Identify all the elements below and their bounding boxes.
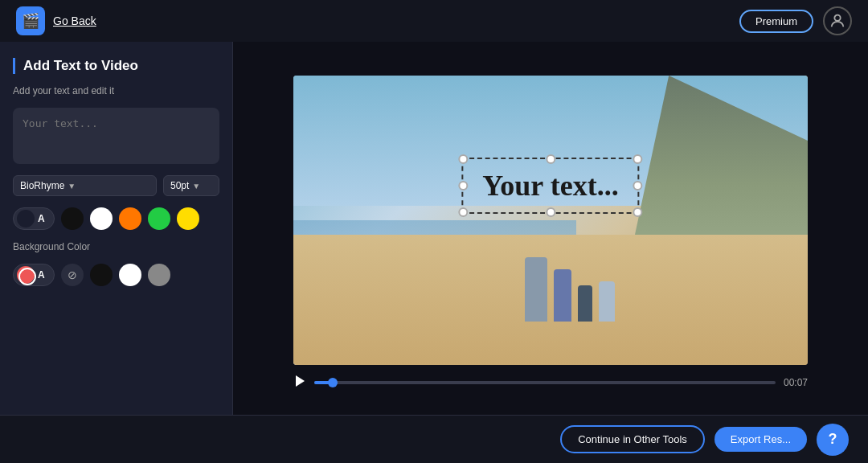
color-black[interactable] [61, 207, 84, 230]
bg-toggle-a-label: A [38, 269, 45, 281]
bg-color-gray[interactable] [148, 264, 170, 286]
text-edit-label: Add your text and edit it [13, 85, 219, 96]
progress-bar[interactable] [314, 381, 776, 384]
export-button[interactable]: Export Res... [714, 427, 807, 452]
bottom-bar: Continue in Other Tools Export Res... ? [0, 415, 868, 463]
video-background [293, 76, 808, 365]
premium-button[interactable]: Premium [739, 10, 813, 33]
size-chevron-icon: ▼ [192, 182, 200, 191]
color-yellow[interactable] [177, 207, 199, 230]
font-select[interactable]: BioRhyme ▼ [13, 175, 157, 196]
toggle-knob [17, 210, 35, 227]
person-2 [554, 269, 571, 322]
text-color-row: A [13, 207, 219, 230]
svg-marker-1 [296, 375, 305, 387]
svg-point-0 [834, 15, 840, 21]
size-select[interactable]: 50pt ▼ [163, 175, 219, 196]
handle-top-center[interactable] [546, 154, 555, 164]
text-overlay[interactable]: Your text... [461, 158, 639, 214]
font-name: BioRhyme [20, 180, 64, 191]
font-controls: BioRhyme ▼ 50pt ▼ [13, 175, 219, 196]
bg-knob [17, 266, 35, 284]
bg-toggle[interactable]: A [13, 264, 55, 286]
sidebar-title: Add Text to Video [13, 58, 219, 74]
toggle-a-label: A [38, 213, 45, 224]
continue-button[interactable]: Continue in Other Tools [560, 425, 705, 453]
main-content: Add Text to Video Add your text and edit… [0, 42, 868, 415]
go-back-button[interactable]: Go Back [53, 14, 96, 27]
person-3 [578, 285, 592, 322]
app-icon: 🎬 [16, 6, 45, 35]
video-area: Your text... 00:07 [233, 42, 868, 415]
video-container: Your text... [293, 76, 808, 365]
person-1 [525, 257, 547, 322]
header: 🎬 Go Back Premium [0, 0, 868, 42]
background-color-label: Background Color [13, 241, 219, 252]
text-input[interactable] [13, 108, 219, 164]
bg-color-row: A ⊘ [13, 264, 219, 286]
color-white[interactable] [90, 207, 113, 230]
help-button[interactable]: ? [817, 424, 849, 456]
color-green[interactable] [148, 207, 170, 230]
handle-top-left[interactable] [458, 154, 468, 164]
play-button[interactable] [293, 375, 306, 391]
no-color-swatch[interactable]: ⊘ [61, 264, 84, 286]
header-right: Premium [739, 6, 852, 35]
handle-mid-left[interactable] [458, 181, 468, 191]
color-orange[interactable] [119, 207, 141, 230]
people-group [525, 257, 615, 322]
sidebar: Add Text to Video Add your text and edit… [0, 42, 233, 415]
overlay-text: Your text... [482, 170, 618, 202]
handle-bot-left[interactable] [458, 207, 468, 217]
bg-color-white[interactable] [119, 264, 141, 286]
bg-color-black[interactable] [90, 264, 113, 286]
progress-thumb [328, 378, 338, 387]
person-4 [599, 281, 615, 322]
font-size: 50pt [170, 180, 189, 191]
font-chevron-icon: ▼ [68, 182, 76, 191]
video-duration: 00:07 [784, 377, 808, 388]
text-toggle[interactable]: A [13, 207, 55, 230]
video-controls: 00:07 [293, 368, 808, 397]
handle-bot-center[interactable] [546, 207, 555, 217]
header-left: 🎬 Go Back [16, 6, 96, 35]
user-icon[interactable] [823, 6, 852, 35]
